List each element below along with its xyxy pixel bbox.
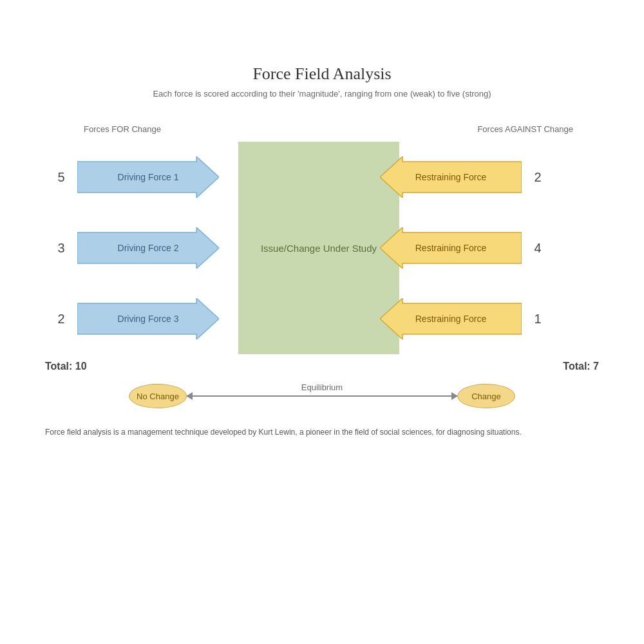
total-right: Total: 7 <box>563 361 599 372</box>
left-column-label: Forces FOR Change <box>84 124 161 134</box>
change-pill: Change <box>457 384 515 408</box>
restraining-force-arrow: Restraining Force <box>380 298 522 339</box>
right-column-label: Forces AGAINST Change <box>477 124 573 134</box>
arrowhead-left <box>186 392 193 400</box>
score-right: 2 <box>522 170 554 185</box>
score-left: 2 <box>45 312 77 327</box>
driving-force-arrow: Driving Force 1 <box>77 156 219 198</box>
change-label: Change <box>471 392 501 401</box>
equilibrium-label: Equilibrium <box>301 383 343 392</box>
column-labels: Forces FOR Change Forces AGAINST Change <box>45 124 599 134</box>
eq-line: Equilibrium <box>187 395 457 397</box>
diagram-area: Forces FOR Change Forces AGAINST Change … <box>32 124 612 437</box>
score-right: 1 <box>522 312 554 327</box>
force-row: 5Driving Force 1Restraining Force2 <box>45 142 599 213</box>
diagram-rows-wrapper: 5Driving Force 1Restraining Force23Drivi… <box>45 142 599 354</box>
driving-force-label: Driving Force 3 <box>118 314 179 324</box>
driving-force-arrow: Driving Force 3 <box>77 298 219 339</box>
score-left: 5 <box>45 170 77 185</box>
restraining-force-arrow: Restraining Force <box>380 227 522 269</box>
total-left: Total: 10 <box>45 361 87 372</box>
subtitle: Each force is scored according to their … <box>153 89 491 99</box>
driving-force-arrow: Driving Force 2 <box>77 227 219 269</box>
restraining-force-arrow: Restraining Force <box>380 156 522 198</box>
driving-force-label: Driving Force 1 <box>118 172 179 182</box>
restraining-force-label: Restraining Force <box>415 172 487 182</box>
restraining-force-label: Restraining Force <box>415 243 487 253</box>
restraining-force-label: Restraining Force <box>415 314 487 324</box>
driving-force-label: Driving Force 2 <box>118 243 179 253</box>
force-row: 3Driving Force 2Restraining Force4 <box>45 213 599 283</box>
equilibrium-row: No Change Equilibrium Change <box>129 384 515 408</box>
rows-container: 5Driving Force 1Restraining Force23Drivi… <box>45 142 599 354</box>
footer-text: Force field analysis is a management tec… <box>45 428 599 437</box>
equilibrium-line: Equilibrium <box>187 390 457 402</box>
page-title: Force Field Analysis <box>252 64 391 84</box>
no-change-label: No Change <box>137 392 179 401</box>
force-row: 2Driving Force 3Restraining Force1 <box>45 283 599 354</box>
totals-row: Total: 10 Total: 7 <box>45 361 599 372</box>
score-left: 3 <box>45 241 77 256</box>
score-right: 4 <box>522 241 554 256</box>
no-change-pill: No Change <box>129 384 187 408</box>
